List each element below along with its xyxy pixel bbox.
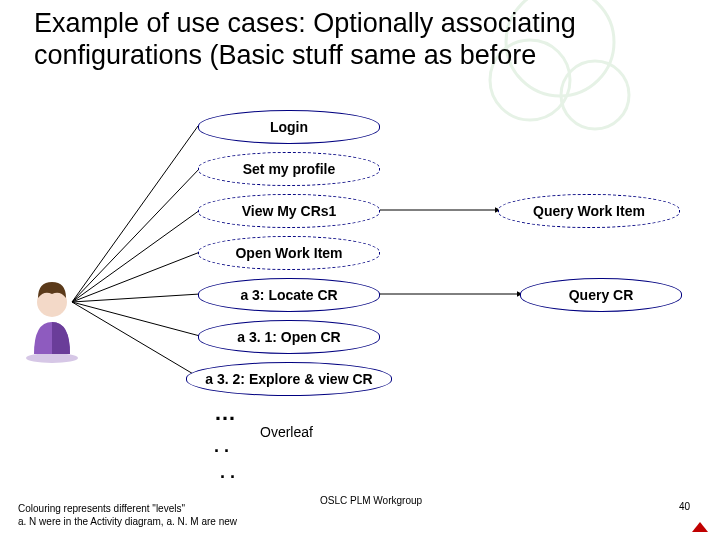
node-open-work-item: Open Work Item (198, 236, 380, 270)
svg-line-8 (72, 302, 200, 336)
ellipsis-3: . . (220, 462, 235, 483)
ellipsis-2: . . (214, 436, 229, 457)
overleaf-label: Overleaf (260, 424, 313, 440)
slide-title: Example of use cases: Optionally associa… (34, 8, 684, 72)
page-number: 40 (679, 501, 690, 512)
svg-line-4 (72, 168, 200, 302)
svg-point-12 (26, 353, 78, 363)
connectors (0, 0, 720, 540)
svg-line-3 (72, 126, 198, 302)
svg-line-6 (72, 252, 200, 302)
node-set-profile: Set my profile (198, 152, 380, 186)
corner-triangle-icon (692, 522, 708, 532)
node-login: Login (198, 110, 380, 144)
svg-line-5 (72, 210, 200, 302)
node-a3-locate: a 3: Locate CR (198, 278, 380, 312)
node-view-crs: View My CRs1 (198, 194, 380, 228)
svg-line-7 (72, 294, 200, 302)
node-query-cr: Query CR (520, 278, 682, 312)
footnote: Colouring represents different "levels" … (18, 503, 237, 528)
node-a32-explore: a 3. 2: Explore & view CR (186, 362, 392, 396)
ellipsis-1: … (214, 400, 236, 426)
footer-text: OSLC PLM Workgroup (320, 495, 422, 506)
svg-line-9 (72, 302, 200, 378)
deco-circles (0, 0, 720, 540)
node-a31-open: a 3. 1: Open CR (198, 320, 380, 354)
actor-icon (20, 272, 84, 364)
node-query-work-item: Query Work Item (498, 194, 680, 228)
